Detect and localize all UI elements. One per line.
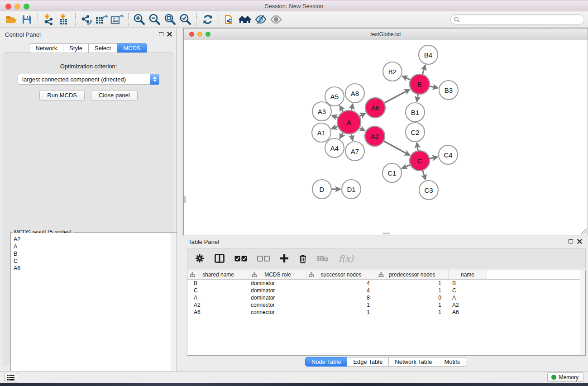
graph-node-A4[interactable]: A4 [325, 138, 344, 157]
graph-node-C3[interactable]: C3 [419, 181, 438, 200]
tab-network[interactable]: Network [29, 43, 63, 53]
graph-node-C2[interactable]: C2 [406, 123, 425, 142]
table-tab-edge-table[interactable]: Edge Table [347, 357, 389, 367]
graph-node-A8[interactable]: A8 [345, 84, 364, 103]
save-session-button[interactable] [19, 13, 34, 26]
mcds-result-item[interactable]: B [14, 250, 171, 257]
graph-node-C4[interactable]: C4 [439, 145, 458, 164]
graph-node-A1[interactable]: A1 [312, 123, 331, 142]
graph-edge-A-A5[interactable] [340, 106, 343, 112]
window-resize-grip[interactable] [579, 226, 587, 234]
graph-edge-B-B3[interactable] [430, 86, 438, 88]
table-scrollbar[interactable] [580, 270, 585, 355]
import-network-button[interactable] [41, 13, 57, 26]
tab-select[interactable]: Select [89, 43, 117, 53]
open-session-button[interactable] [4, 13, 19, 26]
table-tab-network-table[interactable]: Network Table [389, 357, 438, 367]
network-window-titlebar[interactable]: testGlobe.txt [184, 29, 588, 40]
criterion-select[interactable]: largest connected component (directed) [18, 74, 159, 85]
column-header-name[interactable]: name [449, 270, 487, 279]
export-table-button[interactable] [94, 13, 110, 26]
hide-graphics-details-button[interactable] [253, 13, 268, 26]
export-image-button[interactable] [110, 13, 125, 26]
zoom-out-button[interactable] [147, 13, 163, 26]
export-network-button[interactable] [79, 13, 94, 26]
graph-edge-A-A2[interactable] [360, 128, 365, 131]
graph-edge-C-C2[interactable] [417, 143, 418, 151]
table-row[interactable]: Cdominator41C [187, 287, 585, 294]
table-tab-node-table[interactable]: Node Table [305, 357, 348, 367]
graph-node-A6[interactable]: A6 [365, 98, 385, 118]
deselect-all-button[interactable] [257, 256, 270, 262]
float-panel-icon[interactable] [159, 32, 163, 36]
graph-edge-B-B4[interactable] [422, 65, 425, 74]
table-row[interactable]: A2connector11A2 [187, 301, 585, 309]
refresh-button[interactable] [200, 13, 215, 26]
table-tab-motifs[interactable]: Motifs [438, 357, 466, 367]
graph-node-A5[interactable]: A5 [325, 87, 344, 106]
graph-edge-A-A8[interactable] [351, 104, 353, 110]
tab-mcds[interactable]: MCDS [117, 43, 147, 53]
graph-edge-C-C4[interactable] [430, 157, 438, 159]
select-all-button[interactable] [234, 256, 247, 262]
graph-node-A2[interactable]: A2 [365, 126, 385, 146]
run-mcds-button[interactable]: Run MCDS [39, 90, 85, 100]
graph-node-D1[interactable]: D1 [342, 180, 361, 199]
graph-node-B3[interactable]: B3 [439, 81, 458, 100]
table-settings-button[interactable] [195, 253, 205, 263]
graph-node-C[interactable]: C [410, 151, 430, 171]
graph-node-C1[interactable]: C1 [382, 163, 402, 182]
delete-column-button[interactable] [299, 254, 307, 263]
home-view-button[interactable] [238, 13, 253, 26]
search-input[interactable] [460, 15, 584, 24]
close-panel-button[interactable]: Close panel [91, 90, 138, 100]
graph-edge-B-B1[interactable] [417, 95, 418, 102]
mcds-result-item[interactable]: C [14, 257, 171, 265]
graph-edge-A6-B[interactable] [384, 90, 410, 103]
column-header-predecessor-nodes[interactable]: predecessor nodes [376, 270, 449, 279]
zoom-selected-button[interactable] [178, 13, 193, 26]
graph-edge-A-A6[interactable] [360, 113, 365, 116]
tab-style[interactable]: Style [63, 43, 89, 53]
graph-node-A[interactable]: A [337, 110, 361, 134]
graph-edge-C-C1[interactable] [402, 165, 410, 168]
delete-table-button[interactable] [317, 255, 329, 262]
mcds-result-scrollbar[interactable] [171, 233, 176, 386]
graph-edge-C-C3[interactable] [423, 171, 425, 180]
function-builder-button[interactable]: f(x) [339, 253, 354, 263]
graph-node-B1[interactable]: B1 [406, 103, 425, 122]
float-table-panel-icon[interactable] [569, 239, 573, 243]
table-row[interactable]: Bdominator41B [187, 280, 585, 287]
graph-node-D[interactable]: D [312, 180, 331, 199]
graph-edge-A2-C[interactable] [384, 141, 410, 155]
zoom-in-button[interactable] [132, 13, 147, 26]
task-history-button[interactable] [5, 373, 17, 382]
column-header-shared-name[interactable]: shared name [187, 270, 249, 279]
graph-node-A7[interactable]: A7 [345, 142, 364, 161]
add-column-button[interactable] [280, 254, 289, 263]
graph-edge-B-B2[interactable] [402, 76, 410, 80]
close-panel-icon[interactable] [167, 32, 172, 37]
graph-edge-A-A1[interactable] [331, 127, 337, 129]
graph-node-B4[interactable]: B4 [419, 45, 438, 64]
show-column-button[interactable] [215, 254, 225, 263]
graph-edge-A-A4[interactable] [340, 133, 343, 139]
mcds-result-item[interactable]: A6 [14, 265, 171, 272]
mcds-result-list[interactable]: A2ABCA6 [11, 233, 171, 386]
column-header-MCDS-role[interactable]: MCDS role [249, 270, 306, 279]
column-header-successor-nodes[interactable]: successor nodes [306, 270, 376, 279]
graph-node-B[interactable]: B [410, 74, 430, 94]
mcds-result-item[interactable]: A2 [14, 236, 171, 243]
network-canvas[interactable]: B4B2BB3A5A8A6B1A3AC2A1A2A4A7C4CC1C3DD1 [184, 40, 587, 234]
graph-node-A3[interactable]: A3 [312, 102, 331, 121]
mcds-result-item[interactable]: A [14, 243, 171, 250]
show-graphics-details-button[interactable] [268, 13, 284, 26]
table-row[interactable]: Adominator80A [187, 294, 585, 301]
graph-edge-A-A3[interactable] [332, 115, 338, 118]
memory-button[interactable]: Memory [547, 372, 583, 382]
import-table-button[interactable] [57, 13, 72, 26]
close-table-panel-icon[interactable] [577, 239, 582, 244]
graph-node-B2[interactable]: B2 [383, 62, 402, 81]
zoom-fit-button[interactable] [163, 13, 178, 26]
clone-network-button[interactable] [222, 13, 238, 26]
